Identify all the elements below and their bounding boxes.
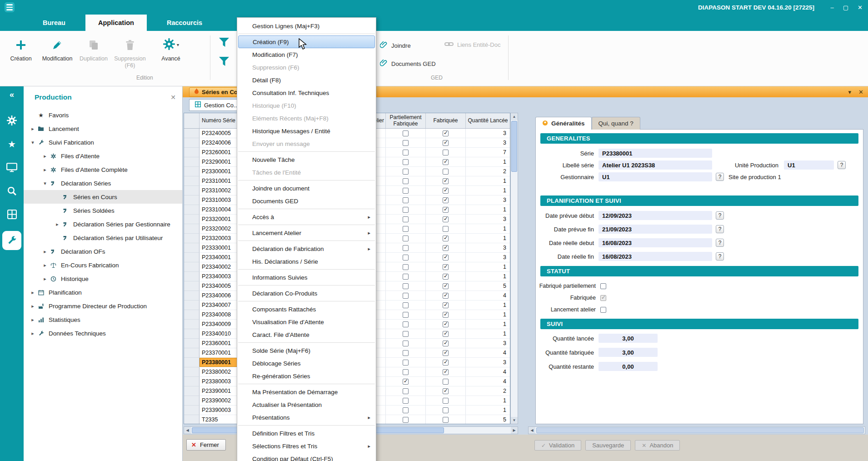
menu-item[interactable]: Présentations▸: [237, 411, 376, 424]
fabriquee-checkbox[interactable]: [443, 293, 449, 299]
partiellement-cell[interactable]: [386, 167, 426, 176]
partiellement-cell[interactable]: [386, 358, 426, 367]
row-selector-cell[interactable]: [184, 272, 200, 281]
fabriquee-cell[interactable]: [426, 224, 466, 234]
fabriquee-checkbox[interactable]: [443, 169, 449, 175]
date-help-button[interactable]: ?: [716, 239, 724, 247]
partiellement-cell[interactable]: [386, 195, 426, 205]
quantite-cell[interactable]: 1: [466, 224, 510, 234]
fabriquee-checkbox[interactable]: [443, 417, 449, 423]
menu-item[interactable]: Accès à▸: [237, 210, 376, 223]
tree-expander-icon[interactable]: ▸: [41, 153, 49, 159]
fabriquee-checkbox[interactable]: [443, 264, 449, 270]
scroll-left-icon[interactable]: ◀: [184, 427, 191, 434]
tab-bureau[interactable]: Bureau: [30, 15, 78, 31]
tree-item[interactable]: ▸Déclaration OFs: [24, 245, 182, 258]
fabriquee-cell[interactable]: [426, 291, 466, 301]
avance-dropdown-icon[interactable]: ▾: [177, 42, 179, 48]
tab-generalites[interactable]: Généralités: [535, 117, 592, 130]
fabriquee-checkbox[interactable]: [443, 207, 449, 213]
partiellement-cell[interactable]: [386, 348, 426, 358]
menu-item[interactable]: Informations Suivies: [237, 271, 376, 284]
row-selector-cell[interactable]: [184, 148, 200, 157]
partiellement-checkbox[interactable]: [403, 150, 409, 155]
tree-expander-icon[interactable]: ▸: [41, 262, 49, 268]
fabriquee-cell[interactable]: [426, 186, 466, 195]
tree-item[interactable]: ▾Déclaration Séries: [24, 176, 182, 190]
sauvegarde-button[interactable]: Sauvegarde: [585, 440, 631, 451]
fabriquee-checkbox[interactable]: [443, 331, 449, 337]
menu-item[interactable]: Ma Présentation de Démarrage: [237, 386, 376, 398]
close-button[interactable]: ✕: [858, 4, 863, 11]
fabriquee-checkbox[interactable]: [443, 388, 449, 394]
fabriquee-cell[interactable]: [426, 176, 466, 186]
partiellement-cell[interactable]: [386, 339, 426, 348]
tree-item[interactable]: ▸Données Techniques: [24, 326, 182, 340]
partiellement-checkbox[interactable]: [403, 293, 409, 299]
menu-item[interactable]: Détail (F8): [237, 74, 376, 86]
fabriquee-cell[interactable]: [426, 167, 466, 176]
fabriquee-checkbox[interactable]: [443, 398, 449, 404]
module-favorites-icon[interactable]: ★: [0, 134, 24, 154]
row-selector-cell[interactable]: [184, 243, 200, 253]
tree-expander-icon[interactable]: ▸: [54, 221, 61, 227]
menu-item[interactable]: Condition par Défaut (Ctrl-F5): [237, 452, 376, 461]
module-production-icon[interactable]: [2, 231, 21, 250]
partiellement-checkbox[interactable]: [403, 274, 409, 280]
scroll-left-icon[interactable]: ◀: [529, 427, 535, 434]
partiellement-checkbox[interactable]: [403, 407, 409, 413]
statut-checkbox[interactable]: [600, 307, 606, 313]
partiellement-cell[interactable]: [386, 367, 426, 377]
partiellement-cell[interactable]: [386, 215, 426, 224]
partiellement-cell[interactable]: [386, 415, 426, 424]
fabriquee-checkbox[interactable]: [443, 321, 449, 327]
quantite-cell[interactable]: 1: [466, 186, 510, 195]
menu-item[interactable]: Consultation Inf. Techniques: [237, 86, 376, 99]
partiellement-checkbox[interactable]: [403, 321, 409, 327]
partiellement-checkbox[interactable]: [403, 302, 409, 308]
statut-checkbox[interactable]: [600, 283, 606, 289]
quantite-cell[interactable]: 3: [466, 138, 510, 148]
row-selector-cell[interactable]: [184, 129, 200, 138]
abandon-button[interactable]: ✕ Abandon: [635, 440, 680, 451]
quantite-cell[interactable]: 1: [466, 157, 510, 167]
fabriquee-checkbox[interactable]: [443, 312, 449, 318]
row-selector-cell[interactable]: [184, 205, 200, 215]
quantite-cell[interactable]: 1: [466, 262, 510, 272]
partiellement-cell[interactable]: [386, 157, 426, 167]
fabriquee-checkbox[interactable]: [443, 140, 449, 146]
fabriquee-cell[interactable]: [426, 310, 466, 320]
partiellement-checkbox[interactable]: [403, 140, 409, 146]
fabriquee-cell[interactable]: [426, 386, 466, 396]
modification-button[interactable]: Modification: [39, 34, 75, 62]
partiellement-checkbox[interactable]: [403, 245, 409, 251]
suivi-field[interactable]: 0,00: [599, 362, 658, 371]
document-close-icon[interactable]: ✕: [858, 89, 863, 95]
row-selector-cell[interactable]: [184, 367, 200, 377]
fabriquee-checkbox[interactable]: [443, 379, 449, 385]
menu-item[interactable]: Déclaration Co-Produits: [237, 287, 376, 300]
partiellement-checkbox[interactable]: [403, 169, 409, 175]
suivi-field[interactable]: 3,00: [599, 334, 658, 343]
partiellement-checkbox[interactable]: [403, 188, 409, 194]
fabriquee-checkbox[interactable]: [443, 226, 449, 232]
row-selector-cell[interactable]: [184, 415, 200, 424]
row-selector-cell[interactable]: [184, 157, 200, 167]
menu-item[interactable]: Joindre un document: [237, 182, 376, 195]
partiellement-cell[interactable]: [386, 396, 426, 406]
module-grid-icon[interactable]: [0, 204, 24, 224]
quantite-cell[interactable]: 3: [466, 195, 510, 205]
tree-expander-icon[interactable]: ▸: [29, 126, 36, 132]
row-selector-cell[interactable]: [184, 310, 200, 320]
joindre-button[interactable]: Joindre: [380, 41, 411, 50]
sub-tab-gestion[interactable]: Gestion Co...: [189, 99, 244, 111]
module-search-icon[interactable]: [0, 181, 24, 201]
fabriquee-checkbox[interactable]: [443, 341, 449, 346]
date-field[interactable]: 16/08/2023: [599, 238, 712, 247]
quantite-cell[interactable]: 1: [466, 396, 510, 406]
menu-item[interactable]: His. Déclarations / Série: [237, 255, 376, 268]
partiellement-checkbox[interactable]: [403, 226, 409, 232]
partiellement-checkbox[interactable]: [403, 178, 409, 184]
row-selector-cell[interactable]: [184, 167, 200, 176]
tab-qui-quand[interactable]: Qui, quand ?: [592, 117, 640, 130]
